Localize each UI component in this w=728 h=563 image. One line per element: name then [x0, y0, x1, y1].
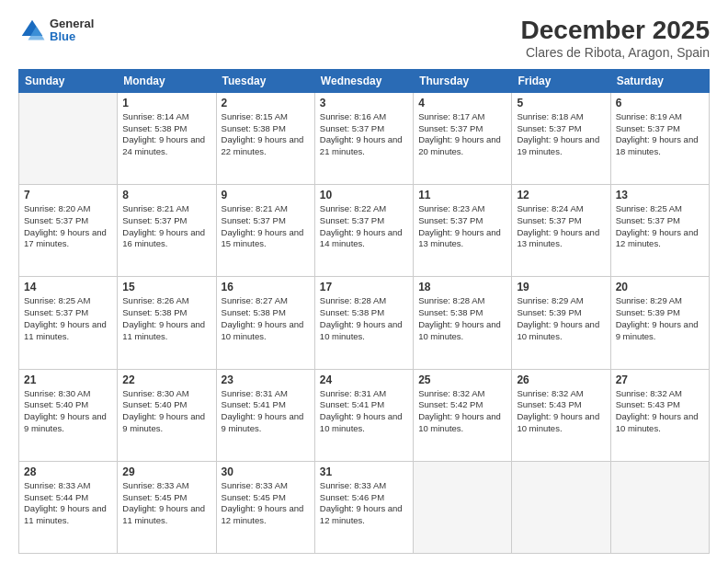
- day-number: 23: [222, 373, 310, 386]
- day-number: 2: [222, 97, 310, 109]
- calendar-cell: 9 Sunrise: 8:21 AM Sunset: 5:37 PM Dayli…: [216, 185, 314, 277]
- day-info: Sunrise: 8:22 AM Sunset: 5:37 PM Dayligh…: [320, 203, 408, 250]
- calendar-cell: 31 Sunrise: 8:33 AM Sunset: 5:46 PM Dayl…: [314, 461, 413, 553]
- day-info: Sunrise: 8:18 AM Sunset: 5:37 PM Dayligh…: [517, 111, 605, 158]
- calendar-cell: 22 Sunrise: 8:30 AM Sunset: 5:40 PM Dayl…: [118, 369, 216, 461]
- day-info: Sunrise: 8:32 AM Sunset: 5:43 PM Dayligh…: [616, 388, 704, 435]
- week-row-5: 28 Sunrise: 8:33 AM Sunset: 5:44 PM Dayl…: [19, 461, 710, 553]
- day-info: Sunrise: 8:16 AM Sunset: 5:37 PM Dayligh…: [320, 111, 408, 158]
- day-number: 14: [24, 281, 112, 293]
- day-number: 28: [24, 465, 112, 478]
- day-number: 17: [320, 281, 408, 293]
- day-info: Sunrise: 8:29 AM Sunset: 5:39 PM Dayligh…: [517, 295, 605, 342]
- calendar-cell: 21 Sunrise: 8:30 AM Sunset: 5:40 PM Dayl…: [19, 369, 118, 461]
- calendar-cell: 17 Sunrise: 8:28 AM Sunset: 5:38 PM Dayl…: [314, 277, 413, 369]
- calendar-cell: 4 Sunrise: 8:17 AM Sunset: 5:37 PM Dayli…: [414, 92, 512, 184]
- day-info: Sunrise: 8:28 AM Sunset: 5:38 PM Dayligh…: [320, 295, 408, 342]
- day-number: 9: [222, 189, 310, 201]
- logo: General Blue: [18, 17, 94, 44]
- calendar-header-monday: Monday: [118, 69, 216, 92]
- calendar-header-friday: Friday: [512, 69, 610, 92]
- calendar-cell: 12 Sunrise: 8:24 AM Sunset: 5:37 PM Dayl…: [512, 185, 610, 277]
- calendar-cell: 27 Sunrise: 8:32 AM Sunset: 5:43 PM Dayl…: [610, 369, 709, 461]
- calendar-cell: 30 Sunrise: 8:33 AM Sunset: 5:45 PM Dayl…: [216, 461, 314, 553]
- calendar-header-wednesday: Wednesday: [314, 69, 413, 92]
- day-info: Sunrise: 8:14 AM Sunset: 5:38 PM Dayligh…: [122, 111, 210, 158]
- title-block: December 2025 Clares de Ribota, Aragon, …: [521, 17, 710, 60]
- day-number: 19: [517, 281, 605, 293]
- day-info: Sunrise: 8:17 AM Sunset: 5:37 PM Dayligh…: [418, 111, 506, 158]
- calendar-cell: [414, 461, 512, 553]
- calendar-cell: 29 Sunrise: 8:33 AM Sunset: 5:45 PM Dayl…: [118, 461, 216, 553]
- calendar-cell: 24 Sunrise: 8:31 AM Sunset: 5:41 PM Dayl…: [314, 369, 413, 461]
- logo-text: General Blue: [50, 17, 94, 44]
- day-number: 29: [122, 465, 210, 478]
- week-row-2: 7 Sunrise: 8:20 AM Sunset: 5:37 PM Dayli…: [19, 185, 710, 277]
- day-number: 25: [418, 373, 506, 386]
- day-number: 11: [418, 189, 506, 201]
- day-number: 12: [517, 189, 605, 201]
- day-info: Sunrise: 8:30 AM Sunset: 5:40 PM Dayligh…: [24, 388, 112, 435]
- logo-icon: [18, 17, 46, 44]
- day-info: Sunrise: 8:27 AM Sunset: 5:38 PM Dayligh…: [222, 295, 310, 342]
- calendar-cell: [512, 461, 610, 553]
- day-number: 26: [517, 373, 605, 386]
- calendar-header-sunday: Sunday: [19, 69, 118, 92]
- calendar-cell: 5 Sunrise: 8:18 AM Sunset: 5:37 PM Dayli…: [512, 92, 610, 184]
- calendar-cell: 2 Sunrise: 8:15 AM Sunset: 5:38 PM Dayli…: [216, 92, 314, 184]
- day-info: Sunrise: 8:15 AM Sunset: 5:38 PM Dayligh…: [222, 111, 310, 158]
- day-info: Sunrise: 8:24 AM Sunset: 5:37 PM Dayligh…: [517, 203, 605, 250]
- calendar-table: SundayMondayTuesdayWednesdayThursdayFrid…: [18, 69, 710, 554]
- calendar-cell: 11 Sunrise: 8:23 AM Sunset: 5:37 PM Dayl…: [414, 185, 512, 277]
- day-info: Sunrise: 8:32 AM Sunset: 5:42 PM Dayligh…: [418, 388, 506, 435]
- day-number: 27: [616, 373, 704, 386]
- calendar-cell: 8 Sunrise: 8:21 AM Sunset: 5:37 PM Dayli…: [118, 185, 216, 277]
- header: General Blue December 2025 Clares de Rib…: [18, 17, 710, 60]
- week-row-1: 1 Sunrise: 8:14 AM Sunset: 5:38 PM Dayli…: [19, 92, 710, 184]
- day-number: 21: [24, 373, 112, 386]
- day-info: Sunrise: 8:19 AM Sunset: 5:37 PM Dayligh…: [616, 111, 704, 158]
- calendar-cell: 13 Sunrise: 8:25 AM Sunset: 5:37 PM Dayl…: [610, 185, 709, 277]
- day-info: Sunrise: 8:23 AM Sunset: 5:37 PM Dayligh…: [418, 203, 506, 250]
- calendar-header-thursday: Thursday: [414, 69, 512, 92]
- calendar-cell: 28 Sunrise: 8:33 AM Sunset: 5:44 PM Dayl…: [19, 461, 118, 553]
- calendar-cell: [610, 461, 709, 553]
- calendar-cell: 18 Sunrise: 8:28 AM Sunset: 5:38 PM Dayl…: [414, 277, 512, 369]
- day-info: Sunrise: 8:31 AM Sunset: 5:41 PM Dayligh…: [320, 388, 408, 435]
- day-number: 6: [616, 97, 704, 109]
- calendar-cell: [19, 92, 118, 184]
- calendar-cell: 10 Sunrise: 8:22 AM Sunset: 5:37 PM Dayl…: [314, 185, 413, 277]
- day-number: 10: [320, 189, 408, 201]
- calendar-cell: 3 Sunrise: 8:16 AM Sunset: 5:37 PM Dayli…: [314, 92, 413, 184]
- day-number: 7: [24, 189, 112, 201]
- day-info: Sunrise: 8:25 AM Sunset: 5:37 PM Dayligh…: [24, 295, 112, 342]
- day-info: Sunrise: 8:32 AM Sunset: 5:43 PM Dayligh…: [517, 388, 605, 435]
- day-info: Sunrise: 8:20 AM Sunset: 5:37 PM Dayligh…: [24, 203, 112, 250]
- day-number: 13: [616, 189, 704, 201]
- day-number: 18: [418, 281, 506, 293]
- calendar-cell: 25 Sunrise: 8:32 AM Sunset: 5:42 PM Dayl…: [414, 369, 512, 461]
- calendar-cell: 14 Sunrise: 8:25 AM Sunset: 5:37 PM Dayl…: [19, 277, 118, 369]
- calendar-cell: 6 Sunrise: 8:19 AM Sunset: 5:37 PM Dayli…: [610, 92, 709, 184]
- calendar-cell: 19 Sunrise: 8:29 AM Sunset: 5:39 PM Dayl…: [512, 277, 610, 369]
- day-number: 4: [418, 97, 506, 109]
- day-info: Sunrise: 8:31 AM Sunset: 5:41 PM Dayligh…: [222, 388, 310, 435]
- day-number: 15: [122, 281, 210, 293]
- day-number: 20: [616, 281, 704, 293]
- day-info: Sunrise: 8:29 AM Sunset: 5:39 PM Dayligh…: [616, 295, 704, 342]
- day-number: 31: [320, 465, 408, 478]
- day-number: 24: [320, 373, 408, 386]
- logo-blue: Blue: [50, 30, 94, 43]
- calendar-cell: 26 Sunrise: 8:32 AM Sunset: 5:43 PM Dayl…: [512, 369, 610, 461]
- logo-general: General: [50, 17, 94, 30]
- page: General Blue December 2025 Clares de Rib…: [0, 0, 728, 563]
- main-title: December 2025: [521, 17, 710, 45]
- subtitle: Clares de Ribota, Aragon, Spain: [521, 45, 710, 60]
- day-number: 1: [122, 97, 210, 109]
- week-row-3: 14 Sunrise: 8:25 AM Sunset: 5:37 PM Dayl…: [19, 277, 710, 369]
- calendar-cell: 16 Sunrise: 8:27 AM Sunset: 5:38 PM Dayl…: [216, 277, 314, 369]
- day-number: 5: [517, 97, 605, 109]
- day-info: Sunrise: 8:30 AM Sunset: 5:40 PM Dayligh…: [122, 388, 210, 435]
- calendar-cell: 20 Sunrise: 8:29 AM Sunset: 5:39 PM Dayl…: [610, 277, 709, 369]
- day-info: Sunrise: 8:26 AM Sunset: 5:38 PM Dayligh…: [122, 295, 210, 342]
